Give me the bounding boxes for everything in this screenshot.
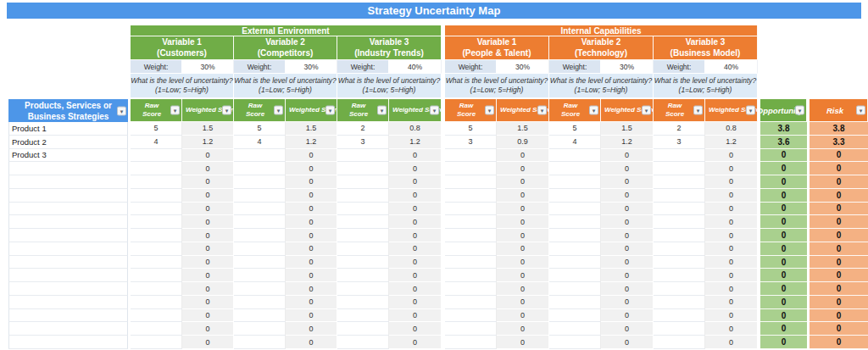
- raw-score-cell[interactable]: [654, 256, 705, 269]
- weighted-score-cell[interactable]: 0: [389, 269, 442, 282]
- raw-score-cell[interactable]: [445, 282, 497, 296]
- product-name-cell[interactable]: [8, 296, 128, 309]
- raw-score-cell[interactable]: [445, 242, 497, 256]
- opportunity-cell[interactable]: 0: [760, 256, 807, 269]
- opportunity-cell[interactable]: 3.8: [760, 122, 807, 136]
- risk-cell[interactable]: 3.3: [810, 136, 868, 149]
- risk-cell[interactable]: 0: [810, 256, 868, 269]
- product-name-cell[interactable]: [8, 309, 128, 323]
- raw-score-cell[interactable]: [234, 296, 286, 309]
- weighted-score-cell[interactable]: 0: [705, 256, 758, 269]
- raw-score-cell[interactable]: [131, 309, 182, 323]
- raw-score-cell[interactable]: [549, 242, 601, 256]
- product-name-cell[interactable]: [8, 215, 128, 229]
- raw-score-cell[interactable]: [654, 336, 705, 349]
- weighted-score-cell[interactable]: 0: [286, 203, 337, 216]
- raw-score-cell[interactable]: [445, 175, 497, 189]
- weighted-score-cell[interactable]: 0: [601, 149, 654, 163]
- opportunity-cell[interactable]: 0: [760, 162, 807, 175]
- raw-score-cell[interactable]: [654, 189, 705, 203]
- opportunity-cell[interactable]: 0: [760, 269, 807, 282]
- raw-score-cell[interactable]: 2: [654, 122, 705, 136]
- raw-score-cell[interactable]: [654, 215, 705, 229]
- raw-score-cell[interactable]: [131, 322, 182, 336]
- weighted-score-cell[interactable]: 0: [389, 322, 442, 336]
- weight-value-int-2[interactable]: 30%: [601, 60, 654, 74]
- raw-score-cell[interactable]: [654, 175, 705, 189]
- weighted-score-cell[interactable]: 0: [497, 162, 549, 175]
- weighted-score-cell[interactable]: 0: [601, 229, 654, 242]
- weighted-score-cell[interactable]: 0: [286, 215, 337, 229]
- risk-cell[interactable]: 0: [810, 282, 868, 296]
- raw-score-cell[interactable]: [234, 215, 286, 229]
- weight-value-ext-2[interactable]: 30%: [286, 60, 337, 74]
- weighted-score-cell[interactable]: 0: [286, 162, 337, 175]
- product-name-cell[interactable]: [8, 242, 128, 256]
- raw-score-cell[interactable]: [654, 296, 705, 309]
- risk-cell[interactable]: 0: [810, 296, 868, 309]
- weighted-score-cell[interactable]: 0: [286, 175, 337, 189]
- weighted-score-cell[interactable]: 0: [389, 242, 442, 256]
- raw-score-cell[interactable]: 5: [131, 122, 182, 136]
- raw-score-cell[interactable]: [445, 203, 497, 216]
- raw-score-cell[interactable]: 4: [549, 136, 601, 149]
- weight-value-int-1[interactable]: 30%: [497, 60, 549, 74]
- weighted-score-cell[interactable]: 0: [182, 149, 234, 163]
- raw-score-cell[interactable]: [131, 229, 182, 242]
- opportunity-cell[interactable]: 3.6: [760, 136, 807, 149]
- raw-score-cell[interactable]: [131, 242, 182, 256]
- weighted-score-cell[interactable]: 0: [601, 162, 654, 175]
- raw-score-cell[interactable]: [337, 309, 389, 323]
- weighted-score-cell[interactable]: 0: [601, 336, 654, 349]
- weighted-score-cell[interactable]: 0: [497, 242, 549, 256]
- weighted-score-cell[interactable]: 0: [601, 189, 654, 203]
- weighted-score-cell[interactable]: 0: [705, 269, 758, 282]
- product-name-cell[interactable]: [8, 282, 128, 296]
- raw-score-cell[interactable]: [654, 322, 705, 336]
- raw-score-cell[interactable]: [549, 215, 601, 229]
- weighted-score-cell[interactable]: 0: [497, 282, 549, 296]
- risk-cell[interactable]: 0: [810, 309, 868, 323]
- weighted-score-cell[interactable]: 0: [497, 269, 549, 282]
- weighted-score-cell[interactable]: 0: [389, 256, 442, 269]
- weighted-score-cell[interactable]: 0: [182, 256, 234, 269]
- filter-icon[interactable]: ▾: [537, 106, 547, 115]
- filter-icon[interactable]: ▾: [117, 106, 126, 115]
- weighted-score-cell[interactable]: 0: [286, 282, 337, 296]
- raw-score-cell[interactable]: [131, 296, 182, 309]
- raw-score-cell[interactable]: [337, 149, 389, 163]
- weighted-score-cell[interactable]: 0: [497, 189, 549, 203]
- weighted-score-cell[interactable]: 0: [705, 336, 758, 349]
- weighted-score-cell[interactable]: 0: [497, 229, 549, 242]
- weighted-score-cell[interactable]: 0: [705, 242, 758, 256]
- weighted-score-cell[interactable]: 0: [389, 203, 442, 216]
- raw-score-cell[interactable]: [337, 336, 389, 349]
- raw-score-cell[interactable]: [445, 215, 497, 229]
- weighted-score-cell[interactable]: 0: [601, 215, 654, 229]
- raw-score-cell[interactable]: [654, 229, 705, 242]
- product-name-cell[interactable]: [8, 336, 128, 349]
- weighted-score-cell[interactable]: 0: [705, 175, 758, 189]
- filter-icon[interactable]: ▾: [589, 106, 598, 115]
- raw-score-cell[interactable]: [337, 296, 389, 309]
- raw-score-cell[interactable]: [337, 189, 389, 203]
- raw-score-cell[interactable]: [445, 269, 497, 282]
- raw-score-cell[interactable]: [654, 309, 705, 323]
- weighted-score-cell[interactable]: 0: [286, 189, 337, 203]
- weighted-score-cell[interactable]: 0: [182, 282, 234, 296]
- raw-score-cell[interactable]: [549, 149, 601, 163]
- weighted-score-cell[interactable]: 0: [182, 162, 234, 175]
- filter-icon[interactable]: ▾: [377, 106, 387, 115]
- weighted-score-cell[interactable]: 0: [705, 296, 758, 309]
- filter-icon[interactable]: ▾: [856, 106, 865, 115]
- raw-score-cell[interactable]: [337, 162, 389, 175]
- weighted-score-cell[interactable]: 1.2: [389, 136, 442, 149]
- filter-icon[interactable]: ▾: [795, 106, 804, 115]
- raw-score-cell[interactable]: [131, 149, 182, 163]
- weighted-score-cell[interactable]: 0: [497, 203, 549, 216]
- weighted-score-cell[interactable]: 1.2: [182, 136, 234, 149]
- filter-icon[interactable]: ▾: [746, 106, 755, 115]
- weighted-score-cell[interactable]: 0.8: [389, 122, 442, 136]
- weighted-score-cell[interactable]: 0: [286, 242, 337, 256]
- weighted-score-cell[interactable]: 0: [705, 203, 758, 216]
